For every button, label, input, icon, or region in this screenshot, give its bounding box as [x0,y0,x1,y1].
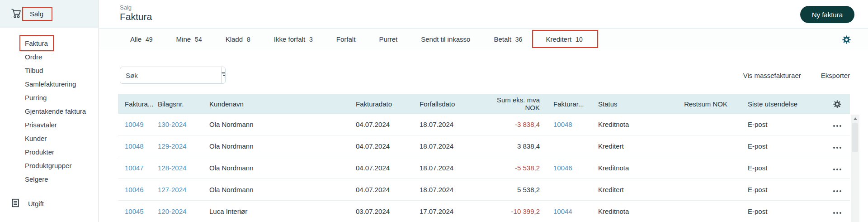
tab-sendt-til-inkasso[interactable]: Sendt til inkasso [421,35,470,43]
new-invoice-button[interactable]: Ny faktura [800,6,854,23]
col-header-status[interactable]: Status [598,100,673,108]
tabs-settings-gear-icon[interactable] [842,35,851,45]
col-header-kundenavn[interactable]: Kundenavn [209,100,356,108]
cart-icon [11,8,22,20]
tab-kreditert[interactable]: Kreditert10 [546,35,582,43]
sidebar-item-gjentakende-faktura[interactable]: Gjentakende faktura [25,105,98,118]
last-dispatch: E-post [727,186,825,193]
col-header-fakturar[interactable]: Fakturar... [540,100,598,108]
invoice-number-link[interactable]: 10047 [125,164,158,172]
vertical-scrollbar[interactable] [851,115,859,222]
app-window: Salg Faktura Ordre Tilbud Samlefaktureri… [0,0,868,222]
related-invoice-link[interactable]: 10048 [540,121,598,128]
customer-name: Ola Nordmann [209,164,356,172]
sidebar-section-salg[interactable]: Salg [0,0,98,28]
customer-name: Ola Nordmann [209,121,356,128]
scrollbar-thumb[interactable] [852,123,858,152]
tab-ikke-forfalt[interactable]: Ikke forfalt3 [274,35,313,43]
invoice-table: Faktura... Bilagsnr. Kundenavn Fakturada… [118,94,850,222]
invoice-number-link[interactable]: 10048 [125,142,158,150]
toolbar-links: Vis massefakturaer Eksporter [743,72,850,79]
invoice-number-link[interactable]: 10049 [125,121,158,128]
row-actions-ellipsis-icon[interactable] [833,147,842,149]
receipt-icon [11,198,20,209]
related-invoice-link[interactable]: 10044 [540,208,598,215]
scroll-up-arrow-icon[interactable] [854,117,857,120]
main-content: Salg Faktura Ny faktura Alle49 Mine54 Kl… [99,0,868,222]
voucher-number-link[interactable]: 127-2024 [158,186,209,193]
sidebar-item-samlefakturering[interactable]: Samlefakturering [25,77,98,91]
invoice-date: 04.07.2024 [356,164,420,172]
last-dispatch: E-post [727,121,825,128]
due-date: 18.07.2024 [420,186,482,193]
table-row: 10048 129-2024 Ola Nordmann 04.07.2024 1… [118,135,850,157]
customer-name: Ola Nordmann [209,142,356,150]
sidebar-item-prisavtaler[interactable]: Prisavtaler [25,118,98,132]
sidebar-section-utgift[interactable]: Utgift [0,197,44,210]
page-title: Faktura [120,11,152,22]
table-row: 10047 128-2024 Ola Nordmann 04.07.2024 1… [118,157,850,179]
col-header-sum[interactable]: Sum eks. mva NOK [482,96,540,111]
invoice-date: 04.07.2024 [356,121,420,128]
sum-ex-vat: 3 838,4 [482,142,540,150]
col-header-restsum[interactable]: Restsum NOK [673,100,727,108]
sidebar-item-produkter[interactable]: Produkter [25,145,98,159]
col-header-fakturanr[interactable]: Faktura... [125,100,158,108]
sum-ex-vat: 5 538,2 [482,186,540,193]
sum-ex-vat: -3 838,4 [482,121,540,128]
last-dispatch: E-post [727,208,825,215]
row-actions-ellipsis-icon[interactable] [833,190,842,192]
col-header-fakturadato[interactable]: Fakturadato [356,100,420,108]
invoice-date: 03.07.2024 [356,208,420,215]
filter-button[interactable] [221,67,226,83]
filter-icon [222,72,226,78]
customer-name: Ola Nordmann [209,186,356,193]
tab-betalt[interactable]: Betalt36 [494,35,522,43]
show-bulk-invoices-link[interactable]: Vis massefakturaer [743,72,801,79]
tab-purret[interactable]: Purret [379,35,397,43]
invoice-number-link[interactable]: 10046 [125,186,158,193]
col-header-siste-utsendelse[interactable]: Siste utsendelse [727,100,825,108]
tab-alle[interactable]: Alle49 [130,35,153,43]
sidebar-item-utgift-label: Utgift [28,200,44,208]
breadcrumb: Salg [120,4,132,11]
voucher-number-link[interactable]: 129-2024 [158,142,209,150]
due-date: 18.07.2024 [420,121,482,128]
row-actions-ellipsis-icon[interactable] [833,212,842,214]
tab-forfalt[interactable]: Forfalt [336,35,356,43]
status-label: Kreditert [598,142,673,150]
sum-ex-vat: -10 399,2 [482,208,540,215]
tab-mine[interactable]: Mine54 [176,35,202,43]
search-input[interactable] [120,67,221,83]
sidebar-item-kunder[interactable]: Kunder [25,132,98,145]
sidebar-item-purring[interactable]: Purring [25,91,98,105]
export-link[interactable]: Eksporter [821,72,850,79]
voucher-number-link[interactable]: 128-2024 [158,164,209,172]
sidebar-section-label: Salg [30,10,43,18]
related-invoice-link[interactable]: 10046 [540,164,598,172]
voucher-number-link[interactable]: 130-2024 [158,121,209,128]
due-date: 18.07.2024 [420,164,482,172]
sidebar-item-ordre[interactable]: Ordre [25,50,98,64]
sidebar-item-produktgrupper[interactable]: Produktgrupper [25,159,98,173]
tab-kladd[interactable]: Kladd8 [226,35,250,43]
sidebar-item-faktura[interactable]: Faktura [25,37,98,50]
status-label: Kreditnota [598,121,673,128]
row-actions-ellipsis-icon[interactable] [833,169,842,170]
last-dispatch: E-post [727,164,825,172]
col-header-forfallsdato[interactable]: Forfallsdato [420,100,482,108]
customer-name: Luca Interiør [209,208,356,215]
col-header-bilagsnr[interactable]: Bilagsnr. [158,100,209,108]
table-settings-gear-icon[interactable] [825,99,850,108]
table-row: 10046 127-2024 Ola Nordmann 04.07.2024 1… [118,179,850,201]
search-group [120,67,226,84]
sidebar-item-tilbud[interactable]: Tilbud [25,64,98,77]
table-row: 10049 130-2024 Ola Nordmann 04.07.2024 1… [118,114,850,135]
voucher-number-link[interactable]: 120-2024 [158,208,209,215]
table-header-row: Faktura... Bilagsnr. Kundenavn Fakturada… [118,94,850,114]
row-actions-ellipsis-icon[interactable] [833,125,842,127]
sidebar-item-selgere[interactable]: Selgere [25,173,98,186]
invoice-number-link[interactable]: 10045 [125,208,158,215]
status-label: Kreditnota [598,164,673,172]
last-dispatch: E-post [727,142,825,150]
